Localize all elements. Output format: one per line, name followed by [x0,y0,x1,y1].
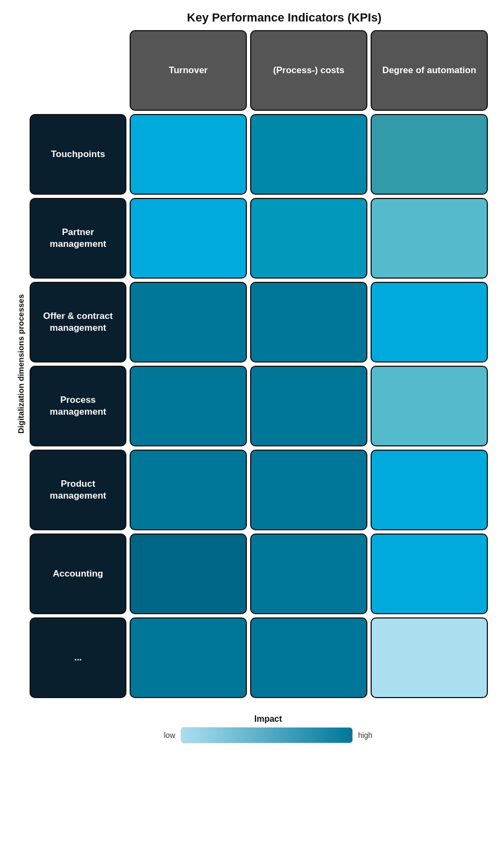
cell-1-0 [130,198,247,279]
cell-2-1 [250,282,367,362]
y-axis-label: Digitalization dimensions processes [16,294,25,433]
cell-4-1 [250,450,367,530]
legend-low-label: low [164,731,175,740]
header-col3-label: Degree of automation [382,65,477,76]
cell-3-1 [250,366,367,446]
cell-0-1 [250,114,367,195]
main-title: Key Performance Indicators (KPIs) [187,11,382,25]
cell-6-1 [250,617,367,698]
cell-5-0 [130,534,247,614]
row-5-label: Accounting [53,568,103,580]
row-label-0: Touchpoints [30,114,126,195]
header-col3: Degree of automation [371,30,488,111]
row-2-label: Offer & contract management [36,310,120,334]
matrix-wrapper: Digitalization dimensions processes Turn… [16,30,488,698]
page-container: Key Performance Indicators (KPIs) Digita… [0,0,504,765]
row-label-3: Process management [30,366,126,446]
matrix-grid: Turnover (Process-) costs Degree of auto… [30,30,488,698]
row-label-1: Partner management [30,198,126,279]
cell-1-2 [371,198,488,279]
legend-container: Impact low high [164,714,372,743]
legend-high-label: high [358,731,372,740]
row-4-label: Product management [36,478,120,502]
cell-0-2 [371,114,488,195]
cell-3-2 [371,366,488,446]
legend-bar [181,727,353,743]
cell-4-0 [130,450,247,530]
cell-6-2 [371,617,488,698]
cell-2-2 [371,282,488,362]
legend-bar-row: low high [164,727,372,743]
row-1-label: Partner management [36,226,120,250]
cell-5-2 [371,534,488,614]
legend-title: Impact [254,714,282,724]
row-3-label: Process management [36,394,120,418]
cell-2-0 [130,282,247,362]
row-label-5: Accounting [30,534,126,614]
matrix-content: Turnover (Process-) costs Degree of auto… [30,30,488,698]
cell-5-1 [250,534,367,614]
corner-empty [30,30,126,111]
cell-1-1 [250,198,367,279]
header-col1: Turnover [130,30,247,111]
header-col2: (Process-) costs [250,30,367,111]
cell-6-0 [130,617,247,698]
header-col1-label: Turnover [169,65,208,76]
row-0-label: Touchpoints [51,148,105,160]
cell-0-0 [130,114,247,195]
cell-3-0 [130,366,247,446]
row-label-6: ... [30,617,126,698]
row-label-4: Product management [30,450,126,530]
cell-4-2 [371,450,488,530]
row-6-label: ... [74,652,82,664]
row-label-2: Offer & contract management [30,282,126,362]
header-col2-label: (Process-) costs [273,65,344,76]
